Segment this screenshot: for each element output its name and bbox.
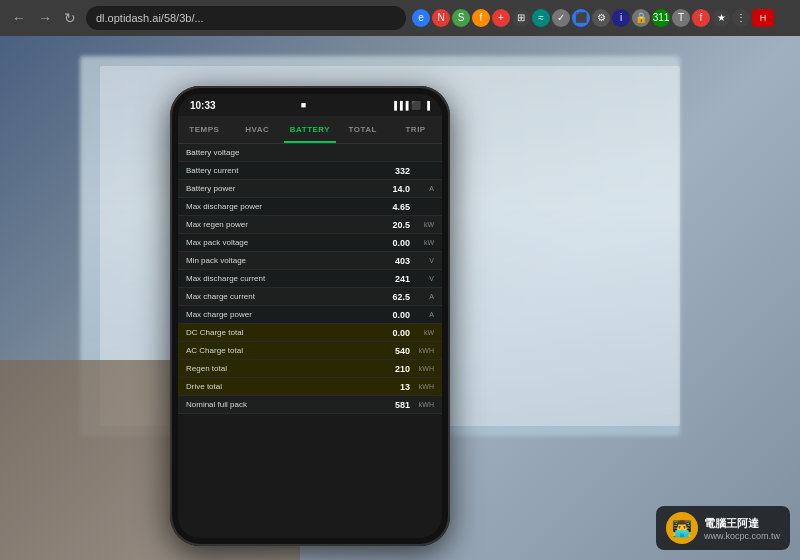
- forward-button[interactable]: →: [34, 8, 56, 28]
- phone-screen: 10:33 ■ ▐▐▐ ⬛ ▐ TEMPS HVAC: [178, 94, 442, 538]
- row-label: Max charge power: [186, 310, 375, 319]
- app-tabs: TEMPS HVAC BATTERY TOTAL TRIP: [178, 116, 442, 144]
- row-label: Max regen power: [186, 220, 375, 229]
- data-row: Max pack voltage0.00kW: [178, 234, 442, 252]
- status-icons: ▐▐▐ ⬛ ▐: [391, 101, 430, 110]
- tab-hvac[interactable]: HVAC: [231, 116, 284, 143]
- data-row: Drive total13kWH: [178, 378, 442, 396]
- watermark-info: 電腦王阿達 www.kocpc.com.tw: [704, 516, 780, 541]
- row-value: 241: [375, 274, 410, 284]
- ext-icon-14[interactable]: T: [672, 9, 690, 27]
- row-label: Max pack voltage: [186, 238, 375, 247]
- data-row: Max discharge current241V: [178, 270, 442, 288]
- data-row: Max regen power20.5kW: [178, 216, 442, 234]
- wifi-icon: ⬛: [411, 101, 421, 110]
- ext-icon-3[interactable]: S: [452, 9, 470, 27]
- reload-button[interactable]: ↻: [60, 8, 80, 28]
- data-row: DC Charge total0.00kW: [178, 324, 442, 342]
- battery-data-list: Battery voltageBattery current332Battery…: [178, 144, 442, 516]
- row-label: Nominal full pack: [186, 400, 375, 409]
- data-row: Max discharge power4.65: [178, 198, 442, 216]
- row-value: 0.00: [375, 310, 410, 320]
- row-value: 403: [375, 256, 410, 266]
- ext-icon-7[interactable]: ≈: [532, 9, 550, 27]
- phone-content: 10:33 ■ ▐▐▐ ⬛ ▐ TEMPS HVAC: [178, 94, 442, 516]
- ext-icon-10[interactable]: ⚙: [592, 9, 610, 27]
- ext-icon-12[interactable]: 🔒: [632, 9, 650, 27]
- browser-toolbar: ← → ↻ dl.optidash.ai/58/3b/... e N S f +…: [0, 0, 800, 36]
- data-row: Max charge current62.5A: [178, 288, 442, 306]
- data-row: Battery current332: [178, 162, 442, 180]
- data-row: AC Charge total540kWH: [178, 342, 442, 360]
- tab-total[interactable]: TOTAL: [336, 116, 389, 143]
- tab-temps[interactable]: TEMPS: [178, 116, 231, 143]
- address-bar[interactable]: dl.optidash.ai/58/3b/...: [86, 6, 406, 30]
- phone-status-bar: 10:33 ■ ▐▐▐ ⬛ ▐: [178, 94, 442, 116]
- row-value: 4.65: [375, 202, 410, 212]
- row-unit: kWH: [412, 383, 434, 390]
- ext-icon-17[interactable]: ⋮: [732, 9, 750, 27]
- ext-icon-4[interactable]: f: [472, 9, 490, 27]
- ext-icon-9[interactable]: ⬛: [572, 9, 590, 27]
- row-value: 581: [375, 400, 410, 410]
- tab-battery[interactable]: BATTERY: [284, 116, 337, 143]
- ext-icon-5[interactable]: +: [492, 9, 510, 27]
- data-row: Regen total210kWH: [178, 360, 442, 378]
- row-label: DC Charge total: [186, 328, 375, 337]
- nav-buttons[interactable]: ← → ↻: [8, 8, 80, 28]
- row-value: 210: [375, 364, 410, 374]
- row-label: Regen total: [186, 364, 375, 373]
- row-unit: kWH: [412, 347, 434, 354]
- watermark: 👨‍💻 電腦王阿達 www.kocpc.com.tw: [656, 506, 790, 550]
- status-time: 10:33: [190, 100, 216, 111]
- watermark-site: 電腦王阿達: [704, 516, 780, 531]
- row-unit: A: [412, 293, 434, 300]
- row-unit: A: [412, 185, 434, 192]
- row-unit: V: [412, 275, 434, 282]
- row-unit: V: [412, 257, 434, 264]
- ext-icon-1[interactable]: e: [412, 9, 430, 27]
- url-text: dl.optidash.ai/58/3b/...: [96, 12, 204, 24]
- data-row: Battery power14.0A: [178, 180, 442, 198]
- ext-icon-8[interactable]: ✓: [552, 9, 570, 27]
- ext-icon-11[interactable]: i: [612, 9, 630, 27]
- row-label: AC Charge total: [186, 346, 375, 355]
- row-label: Battery current: [186, 166, 375, 175]
- row-unit: kW: [412, 239, 434, 246]
- row-label: Min pack voltage: [186, 256, 375, 265]
- row-unit: kW: [412, 329, 434, 336]
- row-unit: kW: [412, 221, 434, 228]
- row-value: 62.5: [375, 292, 410, 302]
- data-row: Battery voltage: [178, 144, 442, 162]
- ext-icon-15[interactable]: f: [692, 9, 710, 27]
- data-row: Max charge power0.00A: [178, 306, 442, 324]
- row-label: Battery power: [186, 184, 375, 193]
- row-value: 332: [375, 166, 410, 176]
- battery-icon: ▐: [424, 101, 430, 110]
- ext-icon-H[interactable]: H: [752, 9, 774, 27]
- ext-icon-6[interactable]: ⊞: [512, 9, 530, 27]
- ext-icon-16[interactable]: ★: [712, 9, 730, 27]
- row-value: 13: [375, 382, 410, 392]
- main-content: 10:33 ■ ▐▐▐ ⬛ ▐ TEMPS HVAC: [0, 36, 800, 560]
- row-value: 0.00: [375, 238, 410, 248]
- row-unit: kWH: [412, 365, 434, 372]
- row-label: Battery voltage: [186, 148, 375, 157]
- row-label: Max charge current: [186, 292, 375, 301]
- row-label: Max discharge current: [186, 274, 375, 283]
- back-button[interactable]: ←: [8, 8, 30, 28]
- row-label: Max discharge power: [186, 202, 375, 211]
- signal-icon: ▐▐▐: [391, 101, 408, 110]
- row-unit: kWH: [412, 401, 434, 408]
- row-value: 20.5: [375, 220, 410, 230]
- row-value: 14.0: [375, 184, 410, 194]
- toolbar-extensions: e N S f + ⊞ ≈ ✓ ⬛ ⚙ i 🔒 311 T f ★ ⋮ H: [412, 9, 774, 27]
- data-row: Min pack voltage403V: [178, 252, 442, 270]
- data-row: Nominal full pack581kWH: [178, 396, 442, 414]
- tab-trip[interactable]: TRIP: [389, 116, 442, 143]
- ext-icon-13[interactable]: 311: [652, 9, 670, 27]
- row-unit: A: [412, 311, 434, 318]
- row-value: 0.00: [375, 328, 410, 338]
- watermark-icon: 👨‍💻: [666, 512, 698, 544]
- ext-icon-2[interactable]: N: [432, 9, 450, 27]
